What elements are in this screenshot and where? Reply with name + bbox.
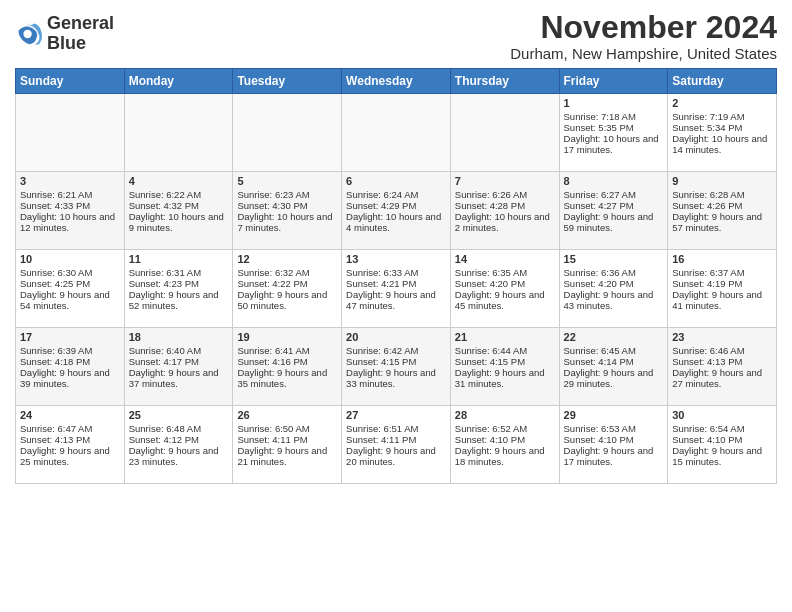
cell-content-line: Sunrise: 6:33 AM [346,267,446,278]
cell-content-line: Daylight: 9 hours and 27 minutes. [672,367,772,389]
cell-content-line: Sunset: 4:30 PM [237,200,337,211]
day-number: 18 [129,331,229,343]
cell-content-line: Daylight: 9 hours and 15 minutes. [672,445,772,467]
day-number: 17 [20,331,120,343]
cell-content-line: Sunrise: 6:53 AM [564,423,664,434]
day-number: 26 [237,409,337,421]
cell-content-line: Sunrise: 6:32 AM [237,267,337,278]
cell-content-line: Daylight: 10 hours and 14 minutes. [672,133,772,155]
calendar-cell: 20Sunrise: 6:42 AMSunset: 4:15 PMDayligh… [342,328,451,406]
cell-content-line: Sunset: 4:21 PM [346,278,446,289]
calendar-cell: 18Sunrise: 6:40 AMSunset: 4:17 PMDayligh… [124,328,233,406]
calendar-cell [233,94,342,172]
day-number: 22 [564,331,664,343]
cell-content-line: Daylight: 9 hours and 39 minutes. [20,367,120,389]
cell-content-line: Daylight: 9 hours and 50 minutes. [237,289,337,311]
day-number: 27 [346,409,446,421]
cell-content-line: Daylight: 9 hours and 47 minutes. [346,289,446,311]
cell-content-line: Sunset: 4:23 PM [129,278,229,289]
cell-content-line: Daylight: 9 hours and 35 minutes. [237,367,337,389]
header-tuesday: Tuesday [233,69,342,94]
cell-content-line: Daylight: 9 hours and 52 minutes. [129,289,229,311]
cell-content-line: Sunset: 4:12 PM [129,434,229,445]
header-row: SundayMondayTuesdayWednesdayThursdayFrid… [16,69,777,94]
calendar-cell: 3Sunrise: 6:21 AMSunset: 4:33 PMDaylight… [16,172,125,250]
cell-content-line: Sunrise: 6:21 AM [20,189,120,200]
cell-content-line: Daylight: 9 hours and 23 minutes. [129,445,229,467]
calendar-cell: 23Sunrise: 6:46 AMSunset: 4:13 PMDayligh… [668,328,777,406]
week-row-3: 17Sunrise: 6:39 AMSunset: 4:18 PMDayligh… [16,328,777,406]
svg-point-2 [23,30,31,38]
calendar-cell: 8Sunrise: 6:27 AMSunset: 4:27 PMDaylight… [559,172,668,250]
day-number: 16 [672,253,772,265]
calendar-cell: 7Sunrise: 6:26 AMSunset: 4:28 PMDaylight… [450,172,559,250]
week-row-0: 1Sunrise: 7:18 AMSunset: 5:35 PMDaylight… [16,94,777,172]
header-thursday: Thursday [450,69,559,94]
cell-content-line: Daylight: 10 hours and 12 minutes. [20,211,120,233]
day-number: 24 [20,409,120,421]
day-number: 1 [564,97,664,109]
cell-content-line: Daylight: 9 hours and 17 minutes. [564,445,664,467]
cell-content-line: Sunset: 4:18 PM [20,356,120,367]
cell-content-line: Sunrise: 6:23 AM [237,189,337,200]
calendar-cell: 28Sunrise: 6:52 AMSunset: 4:10 PMDayligh… [450,406,559,484]
cell-content-line: Sunset: 4:20 PM [564,278,664,289]
calendar-cell: 16Sunrise: 6:37 AMSunset: 4:19 PMDayligh… [668,250,777,328]
cell-content-line: Sunset: 4:11 PM [237,434,337,445]
cell-content-line: Sunset: 4:20 PM [455,278,555,289]
calendar-cell: 5Sunrise: 6:23 AMSunset: 4:30 PMDaylight… [233,172,342,250]
cell-content-line: Daylight: 9 hours and 29 minutes. [564,367,664,389]
cell-content-line: Sunset: 4:19 PM [672,278,772,289]
calendar-cell: 14Sunrise: 6:35 AMSunset: 4:20 PMDayligh… [450,250,559,328]
calendar-cell [16,94,125,172]
logo-text: General Blue [47,14,114,54]
calendar-cell: 27Sunrise: 6:51 AMSunset: 4:11 PMDayligh… [342,406,451,484]
calendar-cell [342,94,451,172]
cell-content-line: Sunset: 4:25 PM [20,278,120,289]
cell-content-line: Sunset: 4:29 PM [346,200,446,211]
calendar-cell: 6Sunrise: 6:24 AMSunset: 4:29 PMDaylight… [342,172,451,250]
day-number: 14 [455,253,555,265]
cell-content-line: Sunrise: 6:28 AM [672,189,772,200]
day-number: 25 [129,409,229,421]
cell-content-line: Daylight: 9 hours and 45 minutes. [455,289,555,311]
header: General Blue November 2024 Durham, New H… [15,10,777,62]
cell-content-line: Daylight: 9 hours and 41 minutes. [672,289,772,311]
cell-content-line: Sunset: 4:15 PM [346,356,446,367]
cell-content-line: Sunrise: 6:40 AM [129,345,229,356]
calendar-cell: 12Sunrise: 6:32 AMSunset: 4:22 PMDayligh… [233,250,342,328]
cell-content-line: Daylight: 9 hours and 31 minutes. [455,367,555,389]
calendar-table: SundayMondayTuesdayWednesdayThursdayFrid… [15,68,777,484]
page: General Blue November 2024 Durham, New H… [0,0,792,494]
cell-content-line: Daylight: 9 hours and 21 minutes. [237,445,337,467]
cell-content-line: Sunrise: 6:35 AM [455,267,555,278]
cell-content-line: Sunrise: 6:24 AM [346,189,446,200]
calendar-cell: 2Sunrise: 7:19 AMSunset: 5:34 PMDaylight… [668,94,777,172]
logo: General Blue [15,14,114,54]
cell-content-line: Daylight: 9 hours and 57 minutes. [672,211,772,233]
day-number: 11 [129,253,229,265]
day-number: 5 [237,175,337,187]
cell-content-line: Sunrise: 7:18 AM [564,111,664,122]
cell-content-line: Sunrise: 6:50 AM [237,423,337,434]
cell-content-line: Sunset: 5:34 PM [672,122,772,133]
cell-content-line: Daylight: 9 hours and 59 minutes. [564,211,664,233]
day-number: 28 [455,409,555,421]
logo-line1: General [47,14,114,34]
calendar-cell: 30Sunrise: 6:54 AMSunset: 4:10 PMDayligh… [668,406,777,484]
header-friday: Friday [559,69,668,94]
calendar-cell: 17Sunrise: 6:39 AMSunset: 4:18 PMDayligh… [16,328,125,406]
cell-content-line: Sunrise: 6:54 AM [672,423,772,434]
cell-content-line: Daylight: 10 hours and 2 minutes. [455,211,555,233]
cell-content-line: Sunset: 4:16 PM [237,356,337,367]
week-row-1: 3Sunrise: 6:21 AMSunset: 4:33 PMDaylight… [16,172,777,250]
cell-content-line: Sunset: 4:22 PM [237,278,337,289]
cell-content-line: Sunrise: 7:19 AM [672,111,772,122]
cell-content-line: Daylight: 9 hours and 37 minutes. [129,367,229,389]
cell-content-line: Daylight: 9 hours and 18 minutes. [455,445,555,467]
cell-content-line: Sunrise: 6:47 AM [20,423,120,434]
calendar-cell: 11Sunrise: 6:31 AMSunset: 4:23 PMDayligh… [124,250,233,328]
month-title: November 2024 [510,10,777,45]
cell-content-line: Sunrise: 6:45 AM [564,345,664,356]
cell-content-line: Sunset: 4:14 PM [564,356,664,367]
